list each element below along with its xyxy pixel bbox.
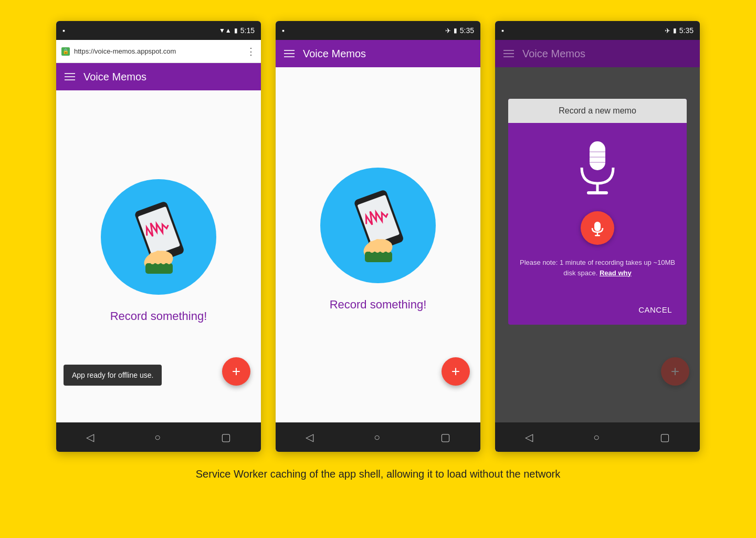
browser-bar: 🔒 https://voice-memos.appspot.com ⋮ [56, 40, 261, 63]
fab-icon-1: + [232, 363, 240, 380]
fab-1[interactable]: + [222, 357, 250, 386]
wifi-icon-1: ▼▲ [219, 27, 232, 34]
svg-rect-4 [145, 263, 173, 274]
back-icon-3[interactable]: ◁ [525, 431, 533, 443]
mic-btn-svg [589, 220, 606, 236]
dialog-note: Please note: 1 minute of recording takes… [519, 257, 676, 278]
nav-bar-1: ◁ ○ ▢ [56, 422, 261, 452]
svg-rect-13 [365, 252, 392, 262]
home-icon-2[interactable]: ○ [374, 431, 380, 443]
browser-url[interactable]: https://voice-memos.appspot.com [74, 47, 242, 55]
record-text-2: Record something! [330, 298, 427, 312]
phone-3: ▪ ✈ ▮ 5:35 Voice Memos Record a new m [495, 21, 700, 452]
app-header-3: Voice Memos [495, 40, 700, 67]
battery-icon-1: ▮ [234, 27, 238, 34]
status-icons-3: ✈ ▮ 5:35 [665, 26, 694, 35]
svg-rect-18 [590, 141, 605, 170]
home-icon-1[interactable]: ○ [154, 431, 161, 443]
cancel-button[interactable]: CANCEL [632, 301, 678, 318]
dialog-actions: CANCEL [508, 297, 687, 325]
battery-icon-3: ▮ [673, 27, 677, 34]
airplane-icon-3: ✈ [665, 27, 670, 35]
browser-menu-dots[interactable]: ⋮ [246, 46, 256, 57]
status-icons-1: ▼▲ ▮ 5:15 [219, 26, 255, 35]
snackbar: App ready for offline use. [64, 365, 162, 386]
snackbar-text: App ready for offline use. [72, 371, 153, 379]
sim-icon-1: ▪ [62, 26, 65, 35]
svg-rect-24 [594, 222, 601, 231]
status-bar-1: ▪ ▼▲ ▮ 5:15 [56, 21, 261, 40]
app-title-1: Voice Memos [83, 71, 146, 83]
back-icon-2[interactable]: ◁ [306, 431, 313, 443]
nav-bar-3: ◁ ○ ▢ [495, 422, 700, 452]
sim-icon-3: ▪ [501, 26, 504, 35]
home-icon-3[interactable]: ○ [593, 431, 600, 443]
dialog-overlay: Record a new memo [495, 67, 700, 422]
app-content-1: Record something! App ready for offline … [56, 90, 261, 422]
dialog-title: Record a new memo [559, 106, 636, 115]
svg-rect-20 [587, 191, 608, 194]
nav-bar-2: ◁ ○ ▢ [276, 422, 480, 452]
status-left-3: ▪ [501, 26, 504, 35]
svg-rect-6 [155, 251, 161, 264]
sim-icon-2: ▪ [282, 26, 285, 35]
fab-icon-2: + [452, 363, 460, 380]
record-button[interactable] [581, 211, 614, 245]
illustration-circle-2 [320, 168, 436, 283]
dialog-body: Please note: 1 minute of recording takes… [508, 123, 687, 297]
status-time-1: 5:15 [240, 26, 255, 35]
fab-2[interactable]: + [442, 357, 470, 386]
record-text-1: Record something! [110, 309, 207, 323]
recent-icon-3[interactable]: ▢ [660, 431, 670, 443]
hamburger-2[interactable] [284, 50, 295, 57]
app-header-1: Voice Memos [56, 63, 261, 90]
status-icons-2: ✈ ▮ 5:35 [445, 26, 474, 35]
status-time-2: 5:35 [460, 26, 474, 35]
phones-container: ▪ ▼▲ ▮ 5:15 🔒 https://voice-memos.appspo… [32, 21, 724, 452]
illustration-circle-1 [101, 179, 216, 295]
recent-icon-1[interactable]: ▢ [221, 431, 231, 443]
mic-icon-large [574, 139, 621, 199]
hamburger-3 [503, 50, 514, 57]
phone-2: ▪ ✈ ▮ 5:35 Voice Memos [276, 21, 480, 452]
read-why-link[interactable]: Read why [600, 269, 632, 277]
record-dialog: Record a new memo [508, 99, 687, 325]
svg-rect-26 [595, 235, 600, 236]
phone-svg-1 [117, 195, 201, 279]
note-text: Please note: 1 minute of recording takes… [520, 258, 675, 277]
recent-icon-2[interactable]: ▢ [440, 431, 450, 443]
hamburger-1[interactable] [65, 73, 75, 80]
svg-rect-15 [375, 239, 380, 253]
status-time-3: 5:35 [679, 26, 694, 35]
status-bar-2: ▪ ✈ ▮ 5:35 [276, 21, 480, 40]
app-title-3: Voice Memos [522, 48, 585, 60]
dialog-title-bar: Record a new memo [508, 99, 687, 123]
app-header-2: Voice Memos [276, 40, 480, 67]
url-text: https://voice-memos.appspot.com [74, 47, 176, 55]
phone-1: ▪ ▼▲ ▮ 5:15 🔒 https://voice-memos.appspo… [56, 21, 261, 452]
app-content-3: Record a new memo [495, 67, 700, 422]
status-left-1: ▪ [62, 26, 65, 35]
airplane-icon-2: ✈ [445, 27, 451, 35]
status-bar-3: ▪ ✈ ▮ 5:35 [495, 21, 700, 40]
status-left-2: ▪ [282, 26, 285, 35]
caption: Service Worker caching of the app shell,… [196, 467, 560, 481]
battery-icon-2: ▮ [454, 27, 457, 34]
back-icon-1[interactable]: ◁ [86, 431, 94, 443]
phone-svg-2 [336, 183, 420, 267]
app-title-2: Voice Memos [303, 48, 366, 60]
lock-icon: 🔒 [61, 47, 70, 56]
app-content-2: Record something! + [276, 67, 480, 422]
microphone-svg [574, 139, 621, 196]
